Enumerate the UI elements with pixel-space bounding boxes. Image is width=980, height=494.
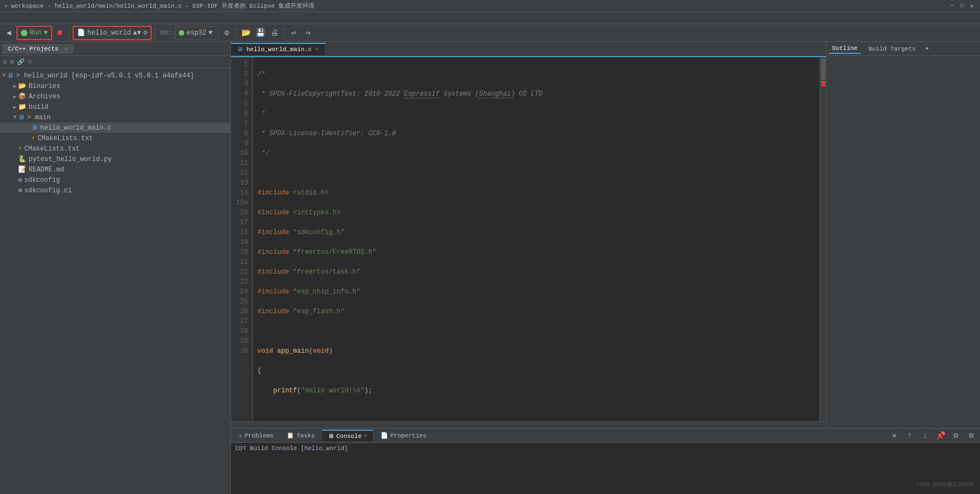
back-button[interactable]: ◀ bbox=[2, 26, 15, 40]
sdkconfig-icon: ⚙ bbox=[18, 176, 22, 184]
main-label: > main bbox=[27, 114, 51, 121]
left-panel-tab-bar: C/C++ Projects × bbox=[0, 42, 230, 56]
panel-link-btn[interactable]: 🔗 bbox=[16, 57, 26, 66]
build-targets-tab[interactable]: Build Targets bbox=[865, 45, 919, 53]
project-tree: ▼ 🖥 > hello_world [esp-idf-v5.0.1 v5.0.1… bbox=[0, 68, 230, 494]
console-tab[interactable]: 🖥 Console × bbox=[322, 430, 372, 441]
tree-item-archives[interactable]: ▶ 📦 Archives bbox=[0, 91, 230, 102]
tree-item-cmake-root[interactable]: ⚡ CMakeLists.txt bbox=[0, 143, 230, 154]
close-button[interactable]: ✕ bbox=[968, 2, 976, 10]
target-settings-icon[interactable]: ⚙ bbox=[220, 26, 233, 40]
tree-item-sdkconfig[interactable]: ⚙ sdkconfig bbox=[0, 175, 230, 185]
ln-12: 12 bbox=[235, 168, 248, 178]
cmake-main-icon: ⚡ bbox=[31, 134, 35, 142]
toolbar-separator-1 bbox=[69, 27, 70, 38]
code-line-6 bbox=[257, 168, 815, 178]
bottom-scroll-up-btn[interactable]: ↑ bbox=[903, 429, 916, 442]
ln-24: 24 bbox=[235, 287, 248, 297]
code-line-15: void app_main(void) bbox=[257, 346, 815, 356]
horizontal-scrollbar[interactable] bbox=[231, 421, 826, 428]
cmake-main-arrow bbox=[26, 135, 30, 141]
tree-item-sdkconfig-ci[interactable]: ⚙ sdkconfig.ci bbox=[0, 185, 230, 196]
editor-tab-main-c[interactable]: 🖥 hello_world_main.c × bbox=[231, 43, 326, 55]
pytest-label: pytest_hello_world.py bbox=[29, 156, 112, 163]
tree-item-readme[interactable]: 📝 README.md bbox=[0, 164, 230, 175]
editor-tab-close[interactable]: × bbox=[315, 47, 318, 53]
cpp-projects-tab[interactable]: C/C++ Projects × bbox=[2, 44, 73, 54]
console-tab-close[interactable]: × bbox=[364, 433, 367, 439]
tree-item-main-c[interactable]: 🖥 hello_world_main.c bbox=[0, 123, 230, 133]
bottom-scroll-down-btn[interactable]: ↓ bbox=[918, 429, 932, 442]
pytest-arrow bbox=[13, 156, 16, 162]
tree-item-main[interactable]: ▼ 🖥 > main bbox=[0, 112, 230, 123]
run-label: Run bbox=[30, 29, 42, 37]
panel-collapse-btn[interactable]: ⊟ bbox=[2, 57, 8, 66]
file-settings-icon[interactable]: ⚙ bbox=[143, 29, 147, 37]
ln-25: 25 bbox=[235, 297, 248, 307]
tree-item-project[interactable]: ▼ 🖥 > hello_world [esp-idf-v5.0.1 v5.0.1… bbox=[0, 70, 230, 81]
editor-tab-icon: 🖥 bbox=[238, 46, 243, 53]
toolbar-btn-4[interactable]: ↩ bbox=[287, 26, 300, 40]
editor-scrollbar[interactable] bbox=[819, 57, 826, 421]
code-editor[interactable]: /* * SPDX-FileCopyrightText: 2010-2022 E… bbox=[253, 57, 819, 421]
tasks-label: Tasks bbox=[296, 432, 315, 439]
ln-4: 4 bbox=[235, 89, 248, 99]
bottom-clear-btn[interactable]: ✕ bbox=[888, 429, 901, 442]
toolbar-btn-2[interactable]: 💾 bbox=[254, 26, 267, 40]
ln-7: 7 bbox=[235, 119, 248, 129]
properties-tab[interactable]: 📄 Properties bbox=[375, 430, 432, 441]
bottom-maximize-btn[interactable]: ⊡ bbox=[949, 429, 962, 442]
bottom-minimize-btn[interactable]: ⊟ bbox=[965, 429, 978, 442]
cmake-root-arrow bbox=[13, 146, 16, 152]
file-selector[interactable]: 📄 hello_world ▲▼ ⚙ bbox=[73, 26, 152, 40]
error-marker-2 bbox=[821, 84, 825, 86]
minimize-button[interactable]: ─ bbox=[948, 2, 956, 10]
code-container: 1 2 3 4 5 6 7 8 9 10 11 12 13 14 bbox=[231, 57, 826, 421]
code-line-8: #include <inttypes.h> bbox=[257, 208, 815, 218]
tasks-tab[interactable]: 📋 Tasks bbox=[281, 430, 320, 441]
ln-8: 8 bbox=[235, 129, 248, 138]
main-layout: C/C++ Projects × ⊟ ⊞ 🔗 ▽ ▼ 🖥 > hello_wor… bbox=[0, 42, 980, 494]
tree-item-build[interactable]: ▶ 📁 build bbox=[0, 102, 230, 112]
tree-item-pytest[interactable]: 🐍 pytest_hello_world.py bbox=[0, 154, 230, 164]
file-dropdown-arrows[interactable]: ▲▼ bbox=[133, 29, 141, 37]
panel-menu-btn[interactable]: ▽ bbox=[27, 57, 33, 66]
left-panel: C/C++ Projects × ⊟ ⊞ 🔗 ▽ ▼ 🖥 > hello_wor… bbox=[0, 42, 231, 494]
scrollbar-thumb[interactable] bbox=[821, 58, 825, 80]
pytest-icon: 🐍 bbox=[18, 155, 26, 163]
ln-21: 21 bbox=[235, 257, 248, 267]
stop-button[interactable]: ■ bbox=[53, 26, 67, 40]
ln-28: 28 bbox=[235, 326, 248, 336]
sdkconfig-arrow bbox=[13, 177, 16, 183]
code-line-3: * bbox=[257, 109, 815, 119]
tree-item-cmake-main[interactable]: ⚡ CMakeLists.txt bbox=[0, 133, 230, 143]
target-selector[interactable]: esp32 ▼ bbox=[175, 26, 219, 40]
tree-item-binaries[interactable]: ▶ 📂 Binaries bbox=[0, 81, 230, 91]
panel-expand-btn[interactable]: ⊞ bbox=[9, 57, 15, 66]
outline-tab[interactable]: Outline bbox=[829, 44, 861, 54]
bottom-pin-btn[interactable]: 📌 bbox=[934, 429, 947, 442]
target-dropdown-arrow[interactable]: ▼ bbox=[208, 29, 212, 37]
code-line-1: /* bbox=[257, 69, 815, 79]
toolbar-btn-3[interactable]: 🖨 bbox=[268, 26, 281, 40]
problems-icon: ⚠ bbox=[239, 432, 243, 439]
toolbar-btn-5[interactable]: ↪ bbox=[301, 26, 315, 40]
code-line-17: printf("Hello world!\n"); bbox=[257, 386, 815, 396]
cmake-main-label: CMakeLists.txt bbox=[37, 135, 93, 142]
cpp-projects-tab-close[interactable]: × bbox=[64, 46, 68, 52]
app-icon: ⚡ bbox=[4, 3, 8, 9]
properties-icon: 📄 bbox=[381, 432, 388, 439]
ln-11: 11 bbox=[235, 158, 248, 168]
main-c-arrow bbox=[26, 125, 30, 131]
console-label: Console bbox=[336, 433, 361, 440]
problems-tab[interactable]: ⚠ Problems bbox=[233, 430, 279, 441]
cmake-root-label: CMakeLists.txt bbox=[24, 145, 80, 153]
archives-icon: 📦 bbox=[18, 92, 26, 101]
title-text: workspace - hello_world/main/hello_world… bbox=[11, 2, 315, 10]
run-dropdown-arrow[interactable]: ▼ bbox=[44, 29, 48, 37]
toolbar-btn-1[interactable]: 📂 bbox=[239, 26, 252, 40]
outline-label: Outline bbox=[832, 45, 857, 52]
maximize-button[interactable]: □ bbox=[958, 2, 966, 10]
sdkconfig-label: sdkconfig bbox=[24, 176, 60, 184]
run-button[interactable]: Run ▼ bbox=[16, 26, 52, 40]
